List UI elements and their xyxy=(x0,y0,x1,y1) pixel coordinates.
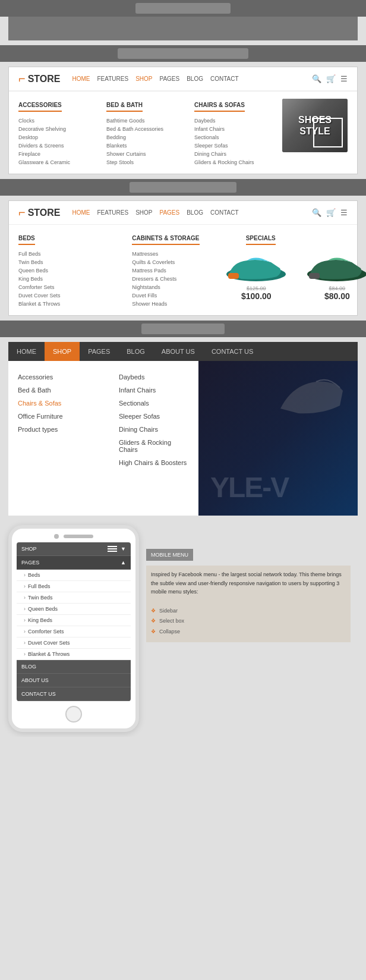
nav-link-features-1[interactable]: FEATURES xyxy=(97,76,129,82)
phone-home-button[interactable] xyxy=(65,706,82,723)
phone-nav-about[interactable]: ABOUT US xyxy=(17,674,131,687)
phone-nav-blog[interactable]: BLOG xyxy=(17,660,131,674)
menu-item-blanket-throws[interactable]: Blanket & Throws xyxy=(18,300,120,308)
mobile-text-body: Inspired by Facebook menu - the largest … xyxy=(146,566,351,642)
phone-nav-shop[interactable]: SHOP ▼ xyxy=(17,542,131,556)
menu-item-king-beds[interactable]: King Beds xyxy=(18,275,120,283)
tab-bar-3 xyxy=(0,179,366,196)
nav-links-1: HOME FEATURES SHOP PAGES BLOG CONTACT xyxy=(72,76,312,82)
menu-item-shower-heads[interactable]: Shower Heads xyxy=(132,300,234,308)
menu-item-shower-curtains[interactable]: Shower Curtains xyxy=(106,150,182,158)
tab-bar-1 xyxy=(0,0,366,17)
menu-item-sectionals[interactable]: Sectionals xyxy=(194,133,270,142)
subdropdown-gliders[interactable]: Gliders & Rocking Chairs xyxy=(119,436,189,456)
mobile-description: MOBILE MENU Inspired by Facebook menu - … xyxy=(139,525,358,642)
menu-item-infant-chairs[interactable]: Infant Chairs xyxy=(194,125,270,133)
tab-bar-2 xyxy=(0,45,366,62)
menu-item-queen-beds[interactable]: Queen Beds xyxy=(18,266,120,275)
menu-item-glassware[interactable]: Glassware & Ceramic xyxy=(18,158,94,167)
nav-link-shop-1[interactable]: SHOP xyxy=(135,76,152,82)
dropdown-office[interactable]: Office Furniture xyxy=(18,410,100,423)
menu-item-fireplace[interactable]: Fireplace xyxy=(18,150,94,158)
phone-speaker xyxy=(64,535,93,538)
phone-nav-contact[interactable]: CONTACT US xyxy=(17,687,131,701)
menu-item-full-beds[interactable]: Full Beds xyxy=(18,250,120,258)
nav-link-home-1[interactable]: HOME xyxy=(72,76,90,82)
phone-sub-king-beds[interactable]: King Beds xyxy=(17,615,131,626)
menu-item-blankets[interactable]: Blankets xyxy=(106,142,182,150)
phone-nav-shop-label: SHOP xyxy=(21,546,37,552)
hero-nav-about[interactable]: ABOUT US xyxy=(153,342,203,361)
hero-nav-blog[interactable]: BLOG xyxy=(118,342,153,361)
menu-item-desktop[interactable]: Desktop xyxy=(18,133,94,142)
phone-sub-beds[interactable]: Beds xyxy=(17,570,131,581)
menu-item-daybeds[interactable]: Daybeds xyxy=(194,117,270,125)
menu-item-bedding[interactable]: Bedding xyxy=(106,133,182,142)
svg-rect-1 xyxy=(228,273,239,279)
menu-item-nightstands[interactable]: Nightstands xyxy=(132,283,234,291)
menu-item-dining-chairs-1[interactable]: Dining Chairs xyxy=(194,150,270,158)
phone-sub-duvet[interactable]: Duvet Cover Sets xyxy=(17,637,131,649)
menu-icon-2[interactable]: ☰ xyxy=(340,208,348,217)
dropdown-chairs-sofas[interactable]: Chairs & Sofas xyxy=(18,397,100,410)
subdropdown-high-chairs[interactable]: High Chairs & Boosters xyxy=(119,456,189,469)
nav-link-contact-2[interactable]: CONTACT xyxy=(210,209,239,216)
menu-item-comforter[interactable]: Comforter Sets xyxy=(18,283,120,291)
tab-indicator-1 xyxy=(135,3,231,14)
nav-link-contact-1[interactable]: CONTACT xyxy=(210,76,239,82)
hero-nav-shop[interactable]: SHOP xyxy=(45,342,80,361)
search-icon-1[interactable]: 🔍 xyxy=(312,74,321,83)
nav-link-pages-2[interactable]: PAGES xyxy=(159,209,179,216)
tab-indicator-2 xyxy=(118,48,248,59)
dropdown-accessories[interactable]: Accessories xyxy=(18,370,100,384)
phone-hamburger[interactable] xyxy=(108,546,117,552)
cart-icon-1[interactable]: 🛒 xyxy=(326,74,336,83)
dropdown-bed-bath[interactable]: Bed & Bath xyxy=(18,384,100,397)
menu-item-mattresses[interactable]: Mattresses xyxy=(132,250,234,258)
nav-link-features-2[interactable]: FEATURES xyxy=(97,209,129,216)
subdropdown-sectionals[interactable]: Sectionals xyxy=(119,397,189,410)
col-title-specials: SPECIALS xyxy=(246,235,276,245)
hero-nav-pages[interactable]: PAGES xyxy=(80,342,118,361)
menu-item-gliders-1[interactable]: Gliders & Rocking Chairs xyxy=(194,158,270,167)
subdropdown-sleeper[interactable]: Sleeper Sofas xyxy=(119,410,189,423)
nav-link-home-2[interactable]: HOME xyxy=(72,209,90,216)
nav-link-shop-2[interactable]: SHOP xyxy=(135,209,152,216)
subdropdown-infant[interactable]: Infant Chairs xyxy=(119,384,189,397)
menu-item-step-stools[interactable]: Step Stools xyxy=(106,158,182,167)
menu-item-quilts[interactable]: Quilts & Coverlets xyxy=(132,258,234,266)
menu-item-dividers[interactable]: Dividers & Screens xyxy=(18,142,94,150)
mobile-text-desc: MOBILE MENU Inspired by Facebook menu - … xyxy=(146,549,351,642)
phone-sub-full-beds[interactable]: Full Beds xyxy=(17,581,131,592)
menu-item-bed-bath-acc[interactable]: Bed & Bath Accessories xyxy=(106,125,182,133)
dropdown-product-types[interactable]: Product types xyxy=(18,423,100,436)
nav-link-blog-1[interactable]: BLOG xyxy=(187,76,203,82)
hero-nav-contact[interactable]: CONTACT US xyxy=(203,342,262,361)
menu-item-duvet-fills[interactable]: Duvet Fills xyxy=(132,291,234,300)
nav-link-pages-1[interactable]: PAGES xyxy=(159,76,179,82)
menu-item-bathtime[interactable]: Bathtime Goods xyxy=(106,117,182,125)
nav-links-2: HOME FEATURES SHOP PAGES BLOG CONTACT xyxy=(72,209,312,216)
menu-item-mattress-pads[interactable]: Mattress Pads xyxy=(132,266,234,275)
menu-item-dressers[interactable]: Dressers & Chests xyxy=(132,275,234,283)
phone-sub-twin-beds[interactable]: Twin Beds xyxy=(17,592,131,604)
menu-item-clocks[interactable]: Clocks xyxy=(18,117,94,125)
cart-icon-2[interactable]: 🛒 xyxy=(326,208,336,217)
menu-item-duvet-cover[interactable]: Duvet Cover Sets xyxy=(18,291,120,300)
menu-icon-1[interactable]: ☰ xyxy=(340,74,348,83)
logo-text-1: STORE xyxy=(28,74,61,84)
menu-item-dec-shelving[interactable]: Decorative Shelving xyxy=(18,125,94,133)
subdropdown-dining[interactable]: Dining Chairs xyxy=(119,423,189,436)
nav-link-blog-2[interactable]: BLOG xyxy=(187,209,203,216)
search-icon-2[interactable]: 🔍 xyxy=(312,208,321,217)
phone-sub-comforter[interactable]: Comforter Sets xyxy=(17,626,131,637)
subdropdown-daybeds[interactable]: Daybeds xyxy=(119,370,189,384)
menu-item-twin-beds[interactable]: Twin Beds xyxy=(18,258,120,266)
mega-menu-2: BEDS Full Beds Twin Beds Queen Beds King… xyxy=(9,225,357,315)
phone-sub-blanket[interactable]: Blanket & Throws xyxy=(17,649,131,660)
menu-item-sleeper-sofas[interactable]: Sleeper Sofas xyxy=(194,142,270,150)
section-2: ⌐ STORE HOME FEATURES SHOP PAGES BLOG CO… xyxy=(0,196,366,321)
phone-nav-pages[interactable]: PAGES ▲ xyxy=(17,556,131,570)
phone-sub-queen-beds[interactable]: Queen Beds xyxy=(17,604,131,615)
hero-nav-home[interactable]: HOME xyxy=(8,342,45,361)
